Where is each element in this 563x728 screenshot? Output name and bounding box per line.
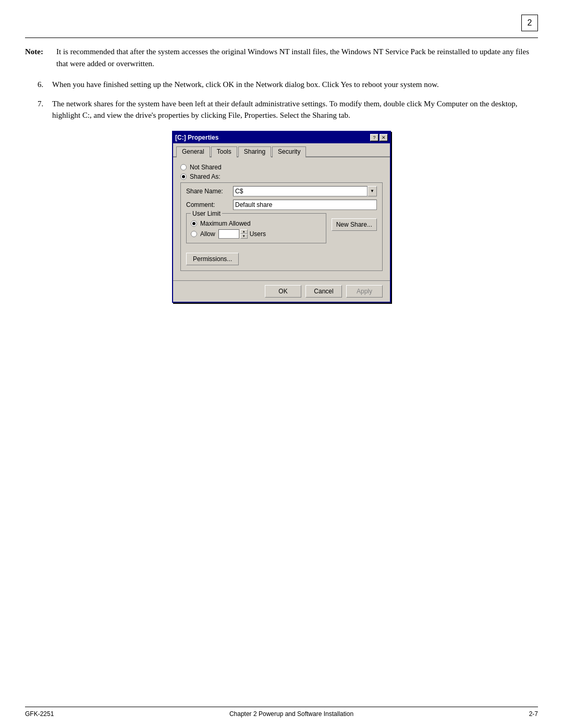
user-limit-radios: Maximum Allowed Allow ▲ [191, 220, 322, 239]
user-limit-content: Maximum Allowed Allow ▲ [191, 220, 322, 239]
tab-sharing[interactable]: Sharing [238, 146, 271, 157]
user-limit-legend: User Limit [191, 210, 222, 217]
allow-row: Allow ▲ ▼ Users [191, 229, 322, 239]
allow-input[interactable] [218, 229, 239, 239]
user-limit-section: User Limit Maximum Allowed [186, 213, 377, 249]
share-name-input[interactable] [233, 186, 368, 196]
dialog-title: [C:] Properties [175, 134, 218, 141]
win-dialog: [C:] Properties ? ✕ General Tools Sharin… [172, 131, 391, 303]
page-number: 2 [521, 15, 538, 31]
allow-label: Allow [200, 230, 215, 238]
top-rule [25, 38, 538, 38]
page-footer: GFK-2251 Chapter 2 Powerup and Software … [25, 707, 538, 718]
note-label: Note: [25, 46, 56, 69]
max-allowed-radio[interactable] [191, 220, 197, 227]
dialog-wrapper: [C:] Properties ? ✕ General Tools Sharin… [25, 131, 538, 303]
win-footer: OK Cancel Apply [173, 280, 390, 302]
share-name-dropdown-arrow[interactable]: ▼ [368, 186, 377, 196]
ok-button[interactable]: OK [265, 285, 301, 298]
share-name-label: Share Name: [186, 188, 233, 195]
comment-input[interactable] [233, 200, 377, 210]
spinner-down[interactable]: ▼ [240, 234, 248, 239]
max-allowed-row: Maximum Allowed [191, 220, 322, 227]
title-buttons: ? ✕ [370, 134, 388, 141]
permissions-button[interactable]: Permissions... [186, 253, 239, 265]
shared-as-label: Shared As: [190, 173, 221, 180]
note-block: Note: It is recommended that after the s… [25, 46, 538, 69]
tab-general-label: General [182, 148, 204, 155]
user-limit-group: User Limit Maximum Allowed [186, 213, 326, 243]
tab-tools-label: Tools [217, 148, 231, 155]
tab-security[interactable]: Security [272, 146, 306, 157]
spinner-up[interactable]: ▲ [240, 229, 248, 234]
not-shared-row: Not Shared [180, 164, 383, 171]
shared-as-row: Shared As: [180, 173, 383, 180]
apply-button[interactable]: Apply [346, 285, 383, 298]
note-text: It is recommended that after the system … [56, 46, 538, 69]
tab-general[interactable]: General [176, 146, 210, 157]
list-num-6: 6. [38, 79, 52, 91]
comment-row: Comment: [186, 200, 377, 210]
win-body: Not Shared Shared As: Share Name: ▼ [173, 157, 390, 280]
tab-sharing-label: Sharing [244, 148, 265, 155]
list-item: 7. The network shares for the system hav… [38, 98, 538, 121]
main-content: Note: It is recommended that after the s… [25, 46, 538, 697]
new-share-btn-container: New Share... [332, 213, 377, 231]
share-name-row: Share Name: ▼ [186, 186, 377, 196]
not-shared-label: Not Shared [190, 164, 222, 171]
list-text-7: The network shares for the system have b… [52, 98, 538, 121]
comment-label: Comment: [186, 201, 233, 208]
max-allowed-label: Maximum Allowed [200, 220, 251, 227]
shared-as-group: Share Name: ▼ Comment: Us [180, 182, 383, 271]
tab-tools[interactable]: Tools [211, 146, 237, 157]
close-button[interactable]: ✕ [380, 134, 388, 141]
win-titlebar: [C:] Properties ? ✕ [173, 132, 390, 143]
new-share-button[interactable]: New Share... [332, 218, 377, 231]
footer-right: 2-7 [529, 710, 538, 718]
spinner-buttons: ▲ ▼ [240, 229, 248, 239]
list-text-6: When you have finished setting up the Ne… [52, 79, 538, 91]
not-shared-radio[interactable] [180, 164, 187, 170]
help-button[interactable]: ? [370, 134, 378, 141]
allow-radio[interactable] [191, 231, 197, 237]
footer-left: GFK-2251 [25, 710, 54, 718]
list-item: 6. When you have finished setting up the… [38, 79, 538, 91]
users-label: Users [250, 230, 266, 238]
numbered-list: 6. When you have finished setting up the… [38, 79, 538, 121]
dialog-tabs: General Tools Sharing Security [173, 143, 390, 157]
cancel-button[interactable]: Cancel [305, 285, 342, 298]
share-name-field-container: ▼ [233, 186, 377, 196]
footer-center: Chapter 2 Powerup and Software Installat… [229, 710, 353, 718]
list-num-7: 7. [38, 98, 52, 121]
tab-security-label: Security [278, 148, 300, 155]
shared-as-radio[interactable] [180, 174, 187, 180]
